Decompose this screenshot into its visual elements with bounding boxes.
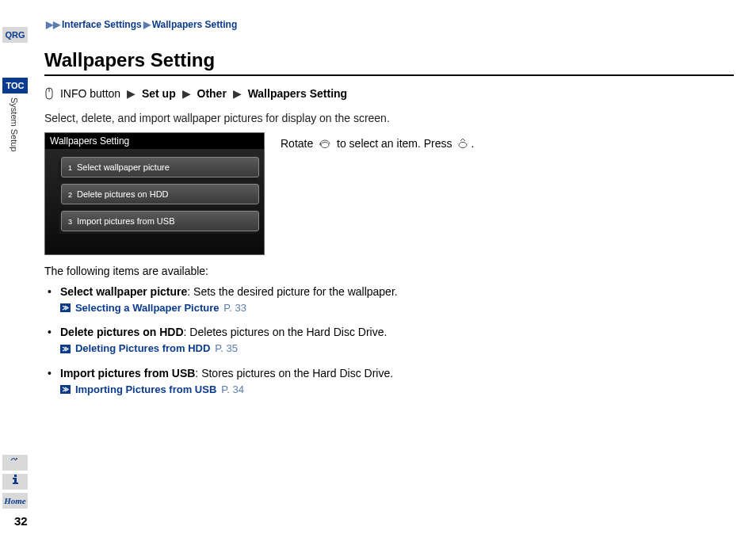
main-content: ▶▶Interface Settings▶Wallpapers Setting … xyxy=(44,19,734,407)
sidebar: QRG TOC System Setup Home 32 xyxy=(0,0,33,534)
breadcrumb-arrow-icon: ▶ xyxy=(143,19,151,30)
info-icon[interactable] xyxy=(2,474,28,490)
page-title: Wallpapers Setting xyxy=(44,49,734,76)
nav-setup-label: Set up xyxy=(142,87,176,100)
item-desc: : Stores pictures on the Hard Disc Drive… xyxy=(195,367,393,380)
list-item: Delete pictures on HDD: Deletes pictures… xyxy=(59,326,734,355)
item-desc: : Deletes pictures on the Hard Disc Driv… xyxy=(184,326,388,338)
nav-arrow-icon: ▶ xyxy=(127,87,136,100)
svg-rect-1 xyxy=(14,475,17,477)
item-desc: : Sets the desired picture for the wallp… xyxy=(187,285,397,298)
svg-point-9 xyxy=(459,142,467,147)
device-screenshot: Wallpapers Setting 1Select wallpaper pic… xyxy=(44,132,265,255)
screenshot-menu-item: 3Import pictures from USB xyxy=(61,211,259,231)
list-item: Import pictures from USB: Stores picture… xyxy=(59,367,734,396)
toc-tab[interactable]: TOC xyxy=(2,78,28,93)
nav-arrow-icon: ▶ xyxy=(182,87,191,100)
link-arrow-icon xyxy=(60,302,71,315)
svg-rect-3 xyxy=(13,478,15,479)
item-title: Select wallpaper picture xyxy=(60,285,187,298)
screenshot-title: Wallpapers Setting xyxy=(45,133,264,149)
qrg-tab[interactable]: QRG xyxy=(2,27,28,43)
page-number: 32 xyxy=(14,514,28,528)
items-list: Select wallpaper picture: Sets the desir… xyxy=(44,285,734,396)
breadcrumb-item[interactable]: Wallpapers Setting xyxy=(152,19,238,30)
page-ref: P. 34 xyxy=(221,383,244,395)
nav-other-label: Other xyxy=(197,87,227,100)
svg-point-0 xyxy=(16,458,17,460)
info-button-icon xyxy=(44,87,54,102)
screenshot-menu-item: 1Select wallpaper picture xyxy=(61,157,259,177)
press-dial-icon xyxy=(456,138,469,151)
nav-ws-label: Wallpapers Setting xyxy=(248,87,348,100)
voice-icon[interactable] xyxy=(2,455,28,471)
sidebar-section-label: System Setup xyxy=(10,97,19,151)
list-item: Select wallpaper picture: Sets the desir… xyxy=(59,285,734,315)
item-title: Delete pictures on HDD xyxy=(60,326,184,338)
nav-path: INFO button ▶ Set up ▶ Other ▶ Wallpaper… xyxy=(44,87,734,102)
rotate-dial-icon xyxy=(318,138,332,151)
intro-text: Select, delete, and import wallpaper pic… xyxy=(44,112,734,124)
link-arrow-icon xyxy=(60,383,71,396)
breadcrumb-item[interactable]: Interface Settings xyxy=(62,19,142,30)
cross-ref-link[interactable]: Importing Pictures from USB xyxy=(75,383,216,395)
nav-arrow-icon: ▶ xyxy=(233,87,242,100)
nav-info-label: INFO button xyxy=(60,87,120,100)
home-icon[interactable]: Home xyxy=(2,493,28,509)
screenshot-menu-item: 2Delete pictures on HDD xyxy=(61,184,259,204)
breadcrumb: ▶▶Interface Settings▶Wallpapers Setting xyxy=(44,19,734,30)
rotate-instruction: Rotate to select an item. Press . xyxy=(281,132,474,151)
breadcrumb-arrow-icon: ▶▶ xyxy=(46,19,60,30)
item-title: Import pictures from USB xyxy=(60,367,195,380)
cross-ref-link[interactable]: Selecting a Wallpaper Picture xyxy=(75,302,220,314)
page-ref: P. 35 xyxy=(215,342,238,354)
available-heading: The following items are available: xyxy=(44,265,734,277)
svg-rect-4 xyxy=(13,483,18,484)
svg-point-7 xyxy=(321,142,329,147)
cross-ref-link[interactable]: Deleting Pictures from HDD xyxy=(75,342,210,354)
link-arrow-icon xyxy=(60,343,71,356)
page-ref: P. 33 xyxy=(223,302,246,314)
